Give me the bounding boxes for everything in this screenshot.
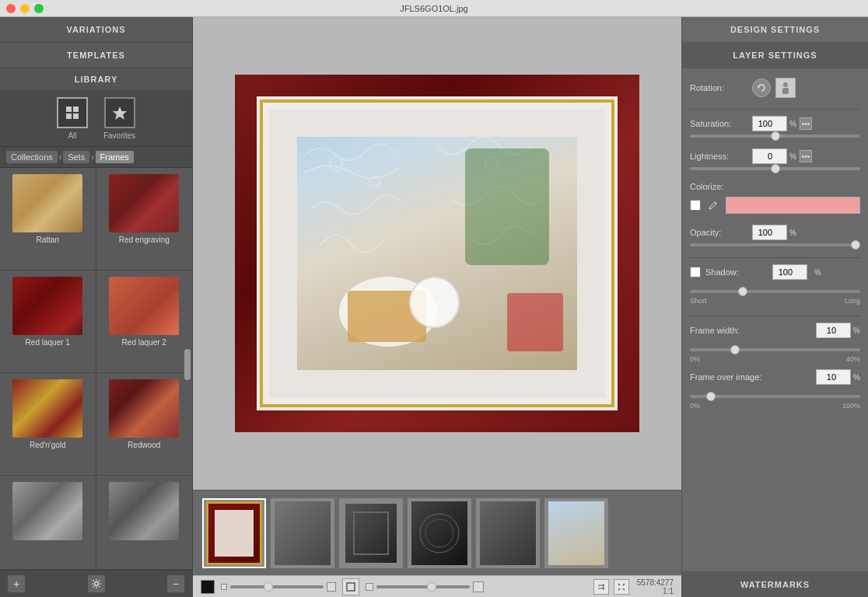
strip-inner-4	[411, 501, 467, 565]
svg-point-10	[425, 519, 453, 547]
frame-redngold[interactable]: Red'n'gold	[0, 373, 96, 476]
tab-layer-settings[interactable]: LAYER SETTINGS	[682, 43, 868, 68]
frame-over-labels: 0% 100%	[690, 402, 860, 410]
svg-marker-4	[113, 106, 127, 120]
remove-button[interactable]: −	[167, 575, 184, 592]
breadcrumb-sep1: ›	[59, 153, 61, 162]
frame-width-label: Frame width:	[690, 326, 816, 335]
frame-over-header: Frame over image: %	[690, 369, 860, 385]
shadow-input[interactable]	[772, 264, 807, 280]
strip-thumb-3[interactable]	[339, 498, 403, 568]
frame-width-min-label: 0%	[690, 355, 700, 363]
frame-grey2[interactable]	[96, 476, 193, 570]
transform-icon	[617, 582, 626, 592]
fit-button[interactable]	[342, 578, 359, 595]
icon-row: All Favorites	[0, 91, 192, 147]
strip-thumb-1[interactable]	[202, 498, 266, 568]
frame-grey1[interactable]	[0, 476, 96, 570]
settings-button[interactable]	[88, 575, 105, 592]
colorize-checkbox[interactable]	[690, 200, 701, 211]
shadow-long-label: Long	[845, 297, 860, 305]
grid-icon	[65, 105, 80, 120]
share-button[interactable]	[593, 579, 609, 595]
opacity-input[interactable]	[752, 225, 787, 240]
rotate-ccw-button[interactable]	[752, 79, 771, 97]
frame-red-laquer2[interactable]: Red laquer 2	[96, 271, 193, 373]
transform-button[interactable]	[614, 579, 629, 595]
svg-rect-14	[782, 88, 789, 94]
strip-thumb-2[interactable]	[271, 498, 334, 568]
frame-over-slider-wrap	[690, 388, 860, 402]
saturation-input[interactable]	[752, 116, 787, 131]
all-icon-item[interactable]: All	[57, 97, 88, 140]
status-bar: 5578:4277 1:1	[193, 575, 681, 597]
all-icon-box	[57, 97, 88, 128]
berries-element	[507, 293, 563, 351]
shadow-checkbox[interactable]	[690, 267, 701, 278]
scroll-handle[interactable]	[184, 349, 191, 380]
add-button[interactable]: +	[8, 575, 25, 592]
frame-name-red-laquer2: Red laquer 2	[122, 338, 166, 347]
saturation-row: Saturation: % •••	[690, 116, 860, 138]
minimize-button[interactable]	[20, 4, 30, 13]
opacity-slider[interactable]	[690, 243, 860, 246]
strip-inner-6	[548, 501, 604, 565]
frame-redwood[interactable]: Redwood	[96, 373, 193, 476]
saturation-extra-btn[interactable]: •••	[800, 117, 812, 130]
frame-rattan[interactable]: Rattan	[0, 168, 96, 271]
strip-inner-3	[343, 501, 399, 565]
colorize-swatch[interactable]	[726, 197, 860, 214]
status-left	[201, 578, 484, 595]
strip-thumb-4[interactable]	[408, 498, 471, 568]
maximize-button[interactable]	[34, 4, 44, 13]
saturation-header: Saturation: % •••	[690, 116, 860, 131]
lightness-label: Lightness:	[690, 152, 752, 161]
frame-over-input[interactable]	[816, 369, 851, 385]
svg-rect-3	[73, 113, 79, 119]
frame-over-slider[interactable]	[690, 395, 860, 398]
tab-design-settings[interactable]: DESIGN SETTINGS	[682, 17, 868, 43]
zoom-slider[interactable]	[230, 585, 324, 588]
status-color-swatch[interactable]	[201, 580, 215, 594]
strip-thumb-5[interactable]	[476, 498, 540, 568]
breadcrumb-sets[interactable]: Sets	[63, 151, 89, 163]
pan-slider[interactable]	[376, 585, 470, 588]
shadow-slider[interactable]	[690, 290, 860, 293]
strip-mat-3	[353, 511, 389, 555]
pencil-icon	[708, 200, 719, 211]
canvas-main	[193, 17, 681, 490]
frame-thumb-red-laquer1	[12, 277, 82, 335]
frame-width-slider[interactable]	[690, 348, 860, 351]
share-icon	[597, 582, 606, 592]
lightness-slider[interactable]	[690, 167, 860, 170]
colorize-pencil-button[interactable]	[705, 197, 721, 213]
colorize-label: Colorize:	[690, 182, 723, 191]
opacity-row: Opacity: %	[690, 225, 860, 246]
saturation-slider[interactable]	[690, 134, 860, 138]
frame-width-row: Frame width: % 0% 40%	[690, 323, 860, 363]
svg-point-13	[783, 82, 788, 87]
shadow-label: Shadow:	[705, 267, 768, 277]
frame-red-laquer1[interactable]: Red laquer 1	[0, 271, 96, 373]
favorites-label: Favorites	[103, 131, 135, 140]
tab-templates[interactable]: TEMPLATES	[0, 43, 192, 68]
settings-section: Rotation: Saturation: % •••	[682, 68, 868, 571]
close-button[interactable]	[6, 4, 16, 13]
tab-variations[interactable]: VARIATIONS	[0, 17, 192, 43]
status-action-icons	[593, 579, 629, 595]
sidebar-bottom: + −	[0, 570, 192, 597]
lightness-input[interactable]	[752, 148, 787, 164]
strip-mat-1	[215, 510, 254, 557]
favorites-icon-item[interactable]: Favorites	[103, 97, 135, 140]
strip-thumb-6[interactable]	[544, 498, 608, 568]
rotation-label: Rotation:	[690, 83, 752, 93]
window-controls[interactable]	[6, 4, 44, 13]
tab-watermarks[interactable]: WATERMARKS	[682, 571, 868, 597]
frame-width-input[interactable]	[816, 323, 851, 338]
frame-name-rattan: Rattan	[37, 236, 59, 244]
lightness-extra-btn[interactable]: •••	[800, 150, 812, 162]
breadcrumb-frames[interactable]: Frames	[96, 151, 134, 163]
frame-thumb-grey1	[12, 482, 82, 540]
frame-red-engraving[interactable]: Red engraving	[96, 168, 193, 271]
breadcrumb-collections[interactable]: Collections	[6, 151, 58, 163]
